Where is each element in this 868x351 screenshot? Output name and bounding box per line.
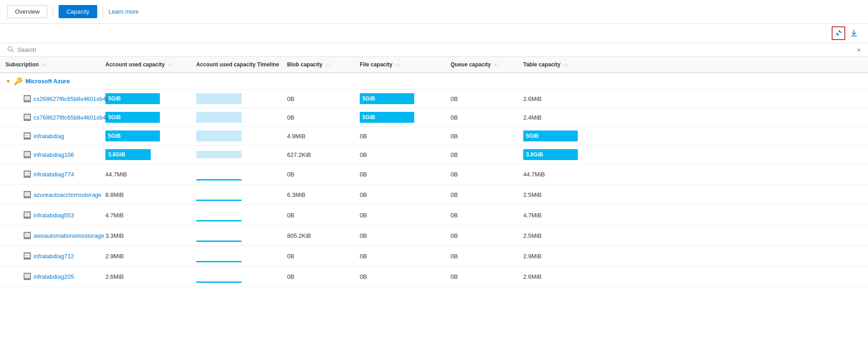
col-header-table-cap[interactable]: Table capacity ↑↓ <box>518 57 868 73</box>
blob-cap-value: 0B <box>287 95 294 102</box>
account-used-cap-cell: 2.6MiB <box>100 266 191 287</box>
overview-button[interactable]: Overview <box>7 5 47 18</box>
table-cap-label: 3.8GiB <box>526 151 543 158</box>
subscription-cell[interactable]: azureautoacctomsstorage <box>5 191 94 198</box>
timeline-cell <box>191 145 282 164</box>
blob-cap-cell: 0B <box>282 108 354 127</box>
subscription-name[interactable]: infralabdiag553 <box>34 212 74 219</box>
table-cap-value: 2.5MiB <box>523 232 541 239</box>
table-row: cs268627f8c65b8x4601xb48 5GiB0B5GiB0B2.6… <box>0 90 868 108</box>
search-input[interactable] <box>17 46 853 53</box>
subscription-cell[interactable]: awsautomationomsstorage <box>5 232 94 239</box>
col-header-timeline[interactable]: Account used capacity Timeline <box>191 57 282 73</box>
table-cap-value: 4.7MiB <box>523 212 541 219</box>
group-icon: 🔑 <box>14 77 23 85</box>
learn-more-link[interactable]: Learn more <box>109 8 139 15</box>
table-cap-cell: 2.9MiB <box>518 246 868 266</box>
file-cap-cell: 5GiB <box>354 108 445 127</box>
group-label[interactable]: ▼ 🔑 Microsoft Azure <box>5 77 863 85</box>
col-header-queue-cap[interactable]: Queue capacity ↑↓ <box>445 57 518 73</box>
timeline-bar-line <box>196 200 242 201</box>
download-button[interactable] <box>847 26 861 40</box>
table-cap-cell: 2.5MiB <box>518 185 868 205</box>
cap-bar-label: 3.8GiB <box>108 151 125 158</box>
file-cap-cell: 0B <box>354 226 445 246</box>
subscription-name[interactable]: infralabdiag712 <box>34 253 74 260</box>
storage-icon <box>24 114 31 121</box>
table-cap-value: 2.9MiB <box>523 253 541 260</box>
blob-cap-value: 6.3MiB <box>287 191 305 198</box>
table-header-row: Subscription ↑↓ Account used capacity ↑↓… <box>0 57 868 73</box>
table-cap-value: 44.7MiB <box>523 171 545 178</box>
search-clear-button[interactable]: × <box>857 46 861 54</box>
subscription-name[interactable]: infralabdiag774 <box>34 171 74 178</box>
timeline-bar-line-wrap <box>196 168 242 181</box>
table-cap-label: 5GiB <box>526 133 539 139</box>
capacity-button[interactable]: Capacity <box>59 5 97 18</box>
timeline-bar-line <box>196 261 242 262</box>
timeline-cell <box>191 108 282 127</box>
subscription-name[interactable]: azureautoacctomsstorage <box>34 191 102 198</box>
storage-icon <box>24 232 31 239</box>
file-cap-cell: 0B <box>354 185 445 205</box>
cap-bar-label: 5GiB <box>108 133 121 139</box>
subscription-cell[interactable]: infralabdiag712 <box>5 252 94 260</box>
col-header-subscription[interactable]: Subscription ↑↓ <box>0 57 100 73</box>
subscription-name[interactable]: awsautomationomsstorage <box>34 232 104 239</box>
timeline-bar-line-wrap <box>196 188 242 201</box>
blob-cap-value: 0B <box>287 273 294 280</box>
subscription-name[interactable]: infralabdiag106 <box>34 151 74 158</box>
storage-icon <box>24 95 31 102</box>
col-header-blob-cap[interactable]: Blob capacity ↑↓ <box>282 57 354 73</box>
storage-icon <box>24 132 31 140</box>
account-used-cap-cell: 3.3MiB <box>100 226 191 246</box>
timeline-bar-line-wrap <box>196 229 242 242</box>
file-cap-value: 0B <box>360 133 367 140</box>
table-row: infralabdiag 5GiB4.9MiB0B0B5GiB <box>0 127 868 145</box>
col-header-account-used-cap[interactable]: Account used capacity ↑↓ <box>100 57 191 73</box>
subscription-cell[interactable]: infralabdiag205 <box>5 273 94 280</box>
file-cap-bar: 5GiB <box>360 93 414 104</box>
queue-cap-value: 0B <box>451 273 458 280</box>
subscription-cell[interactable]: cs768627f8c65b8x4601xb48 <box>5 114 94 121</box>
col-header-file-cap[interactable]: File capacity ↑↓ <box>354 57 445 73</box>
timeline-bar-line <box>196 281 242 283</box>
queue-cap-value: 0B <box>451 253 458 260</box>
table-row: cs768627f8c65b8x4601xb48 5GiB0B5GiB0B2.4… <box>0 108 868 127</box>
table-cap-bar: 3.8GiB <box>523 149 578 160</box>
sort-icon-account-used-cap: ↑↓ <box>168 62 173 67</box>
subscription-name[interactable]: cs268627f8c65b8x4601xb48 <box>34 95 109 102</box>
table-row: infralabdiag712 2.9MiB0B0B0B2.9MiB <box>0 246 868 266</box>
subscription-name[interactable]: cs768627f8c65b8x4601xb48 <box>34 114 109 121</box>
subscription-cell[interactable]: infralabdiag106 <box>5 151 94 158</box>
subscription-cell[interactable]: infralabdiag553 <box>5 211 94 219</box>
subscription-name[interactable]: infralabdiag205 <box>34 273 74 280</box>
queue-cap-value: 0B <box>451 171 458 178</box>
queue-cap-cell: 0B <box>445 127 518 145</box>
table-cap-value: 2.6MiB <box>523 95 541 102</box>
cap-text: 3.3MiB <box>105 232 124 239</box>
account-used-cap-cell: 3.8GiB <box>100 145 191 164</box>
subscription-name[interactable]: infralabdiag <box>34 133 64 140</box>
file-cap-value: 0B <box>360 151 367 158</box>
account-used-cap-cell: 5GiB <box>100 108 191 127</box>
capacity-table-container: Subscription ↑↓ Account used capacity ↑↓… <box>0 57 868 287</box>
group-name: Microsoft Azure <box>25 78 70 85</box>
cap-bar-label: 5GiB <box>108 114 121 120</box>
table-cap-value: 2.6MiB <box>523 273 541 280</box>
subscription-cell[interactable]: infralabdiag <box>5 132 94 140</box>
queue-cap-cell: 0B <box>445 108 518 127</box>
subscription-cell[interactable]: cs268627f8c65b8x4601xb48 <box>5 95 94 102</box>
blob-cap-value: 0B <box>287 253 294 260</box>
queue-cap-value: 0B <box>451 232 458 239</box>
cap-bar-partial-blue: 3.8GiB <box>105 149 151 160</box>
group-expand-arrow[interactable]: ▼ <box>5 78 11 85</box>
storage-icon <box>24 211 31 219</box>
queue-cap-cell: 0B <box>445 226 518 246</box>
top-navigation: Overview Capacity Learn more <box>0 0 868 24</box>
timeline-bar-partial <box>196 151 242 158</box>
table-row: infralabdiag553 4.7MiB0B0B0B4.7MiB <box>0 205 868 226</box>
subscription-cell[interactable]: infralabdiag774 <box>5 170 94 178</box>
blob-cap-value: 627.2KiB <box>287 151 311 158</box>
pin-button[interactable] <box>832 26 845 40</box>
